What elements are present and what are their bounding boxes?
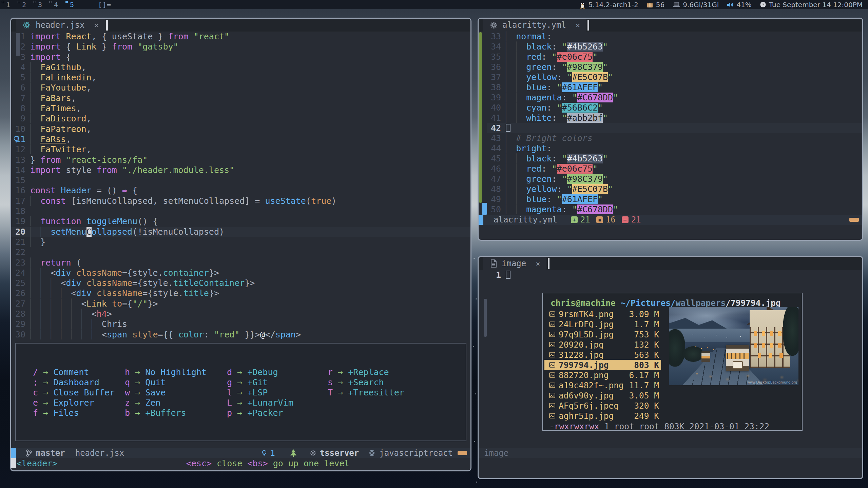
code-line-36[interactable]: 36▏ ▏ green: "#98C379" xyxy=(487,62,862,72)
code-line-33[interactable]: 33▏ normal: xyxy=(487,32,862,42)
whichkey-binding-close-buffer[interactable]: c → Close Buffer xyxy=(33,388,125,398)
file-row-31228.jpg[interactable]: 31228.jpg563 K xyxy=(544,350,661,360)
code-line-49[interactable]: 49▏ ▏ blue: "#61AFEF" xyxy=(487,194,862,204)
code-line-48[interactable]: 48▏ ▏ yellow: "#E5C07B" xyxy=(487,184,862,194)
file-row-882720.png[interactable]: 882720.png6.17 M xyxy=(544,370,661,380)
editor-window-header-jsx[interactable]: header.jsx × 1import React, { useState }… xyxy=(10,18,471,471)
code-line-42[interactable]: 42 xyxy=(487,123,862,133)
code-line-44[interactable]: 44▏ bright: xyxy=(487,143,862,154)
workspace-3[interactable]: 3 xyxy=(32,0,48,9)
command-line[interactable]: <leader> <esc> close <bs> go up one leve… xyxy=(11,458,470,468)
code-line-15[interactable]: 15 xyxy=(11,175,470,186)
code-line-8[interactable]: 8▏ FaTimes, xyxy=(11,103,470,114)
scrollbar-thumb[interactable] xyxy=(482,203,487,215)
tab-close-icon[interactable]: × xyxy=(536,259,540,268)
code-line-47[interactable]: 47▏ ▏ green: "#98C379" xyxy=(487,174,862,184)
whichkey-binding--replace[interactable]: r → +Replace xyxy=(328,367,404,377)
editor-window-image[interactable]: image × 1 chris@machine ~/Pictures/wallp… xyxy=(478,256,863,479)
code-line-43[interactable]: 43▏ # Bright colors xyxy=(487,133,862,143)
whichkey-binding--lsp[interactable]: l → +LSP xyxy=(227,388,328,398)
whichkey-binding--search[interactable]: s → +Search xyxy=(328,377,404,388)
code-line-29[interactable]: 29▏ ▏ ▏ ▏ ▏ ▏ ▏ Chris xyxy=(11,319,470,329)
workspace-2[interactable]: 2 xyxy=(16,0,32,9)
file-list[interactable]: 9rsmTK4.png3.09 M24LrDFQ.jpg1.7 M97q9L5D… xyxy=(544,309,661,421)
code-line-23[interactable]: 23▏ return ( xyxy=(11,258,470,268)
file-row-aghr5Ip.jpg[interactable]: aghr5Ip.jpg249 K xyxy=(544,411,661,421)
tab-alacritty-yml[interactable]: alacritty.yml × xyxy=(483,19,586,32)
whichkey-binding-no-highlight[interactable]: h → No Highlight xyxy=(125,367,227,377)
code-line-1[interactable]: 1import React, { useState } from "react" xyxy=(11,32,470,42)
whichkey-binding--git[interactable]: g → +Git xyxy=(227,377,328,388)
code-line-12[interactable]: 12▏ FaTwitter, xyxy=(11,144,470,155)
whichkey-binding--treesitter[interactable]: T → +Treesitter xyxy=(328,388,404,398)
code-line-3[interactable]: 3import { xyxy=(11,52,470,62)
editor-window-alacritty-yml[interactable]: alacritty.yml × 33▏ normal:34▏ ▏ black: … xyxy=(478,18,863,241)
code-line-9[interactable]: 9▏ FaDiscord, xyxy=(11,114,470,124)
file-row-97q9L5D.jpg[interactable]: 97q9L5D.jpg753 K xyxy=(544,329,661,339)
code-line-35[interactable]: 35▏ ▏ red: "#e06c75" xyxy=(487,52,862,62)
code-area[interactable]: 1import React, { useState } from "react"… xyxy=(11,32,470,340)
git-branch[interactable]: master xyxy=(25,448,65,458)
file-row-a19c482f~.png[interactable]: a19c482f~.png11.7 M xyxy=(544,380,661,390)
code-line-10[interactable]: 10▏ FaPatreon, xyxy=(11,124,470,134)
tab-image[interactable]: image × xyxy=(483,257,546,270)
layout-symbol[interactable]: []= xyxy=(98,1,111,9)
code-line-45[interactable]: 45▏ ▏ black: "#4b5263" xyxy=(487,154,862,164)
code-line-38[interactable]: 38▏ ▏ blue: "#61AFEF" xyxy=(487,82,862,93)
tab-header-jsx[interactable]: header.jsx × xyxy=(16,19,105,32)
code-line-14[interactable]: 14import style from "./header.module.les… xyxy=(11,165,470,175)
whichkey-binding--debug[interactable]: d → +Debug xyxy=(227,367,328,377)
whichkey-binding--buffers[interactable]: b → +Buffers xyxy=(125,408,227,418)
code-line-26[interactable]: 26▏ ▏ ▏ ▏ <div className={style.title}> xyxy=(11,288,470,298)
code-line-11[interactable]: 11▏ FaRss, xyxy=(11,134,470,144)
code-line-7[interactable]: 7▏ FaBars, xyxy=(11,93,470,103)
code-line-22[interactable]: 22 xyxy=(11,247,470,257)
file-row-20920.jpg[interactable]: 20920.jpg132 K xyxy=(544,339,661,350)
file-row-9rsmTK4.png[interactable]: 9rsmTK4.png3.09 M xyxy=(544,309,661,319)
whichkey-binding--packer[interactable]: p → +Packer xyxy=(227,408,328,418)
workspace-1[interactable]: 1 xyxy=(0,0,16,9)
tab-close-icon[interactable]: × xyxy=(94,21,99,30)
code-line-20[interactable]: 20▏ ▏ setMenuCollapsed(!isMenuCollapsed) xyxy=(11,227,470,237)
whichkey-binding-quit[interactable]: q → Quit xyxy=(125,377,227,388)
code-line-39[interactable]: 39▏ ▏ magenta: "#C678DD" xyxy=(487,93,862,103)
code-line-21[interactable]: 21▏ } xyxy=(11,237,470,247)
code-line-28[interactable]: 28▏ ▏ ▏ ▏ ▏ ▏ <h4> xyxy=(11,309,470,319)
file-row-24LrDFQ.jpg[interactable]: 24LrDFQ.jpg1.7 M xyxy=(544,319,661,329)
code-line-17[interactable]: 17▏ const [isMenuCollapsed, setMenuColla… xyxy=(11,196,470,206)
buffer-line-1[interactable]: 1 xyxy=(487,270,862,280)
file-row-ad6v90y.jpg[interactable]: ad6v90y.jpg3.05 M xyxy=(544,390,661,401)
code-line-46[interactable]: 46▏ ▏ red: "#e06c75" xyxy=(487,164,862,174)
code-line-16[interactable]: 16const Header = () ⇒ { xyxy=(11,186,470,196)
code-line-34[interactable]: 34▏ ▏ black: "#4b5263" xyxy=(487,42,862,52)
whichkey-binding--lunarvim[interactable]: L → +LunarVim xyxy=(227,398,328,408)
code-area[interactable]: 33▏ normal:34▏ ▏ black: "#4b5263"35▏ ▏ r… xyxy=(487,32,862,215)
code-line-25[interactable]: 25▏ ▏ ▏ <div className={style.titleConta… xyxy=(11,278,470,288)
file-row-AFq5r6j.jpeg[interactable]: AFq5r6j.jpeg320 K xyxy=(544,401,661,411)
scrollbar-thumb[interactable] xyxy=(484,299,487,337)
code-line-27[interactable]: 27▏ ▏ ▏ ▏ ▏ <Link to={"/"}> xyxy=(11,299,470,309)
whichkey-binding-dashboard[interactable]: ; → Dashboard xyxy=(33,377,125,388)
whichkey-binding-zen[interactable]: z → Zen xyxy=(125,398,227,408)
code-line-19[interactable]: 19▏ function toggleMenu() { xyxy=(11,216,470,227)
workspace-4[interactable]: 4 xyxy=(48,0,64,9)
code-action-bulb-icon[interactable] xyxy=(13,135,20,145)
code-line-37[interactable]: 37▏ ▏ yellow: "#E5C07B" xyxy=(487,72,862,82)
whichkey-binding-explorer[interactable]: e → Explorer xyxy=(33,398,125,408)
file-explorer-float[interactable]: chris@machine ~/Pictures/wallpapers/7997… xyxy=(542,293,803,431)
code-line-24[interactable]: 24▏ ▏ <div className={style.container}> xyxy=(11,268,470,278)
tab-close-icon[interactable]: × xyxy=(576,21,580,30)
code-line-40[interactable]: 40▏ ▏ cyan: "#56B6C2" xyxy=(487,103,862,113)
code-line-4[interactable]: 4▏ FaGithub, xyxy=(11,62,470,73)
code-line-41[interactable]: 41▏ ▏ white: "#abb2bf" xyxy=(487,113,862,123)
code-line-6[interactable]: 6▏ FaYoutube, xyxy=(11,83,470,93)
whichkey-binding-files[interactable]: f → Files xyxy=(33,408,125,418)
whichkey-binding-comment[interactable]: / → Comment xyxy=(33,367,125,377)
whichkey-binding-save[interactable]: w → Save xyxy=(125,388,227,398)
workspace-5[interactable]: 5 xyxy=(64,0,80,9)
file-row-799794.jpg[interactable]: 799794.jpg803 K xyxy=(544,360,661,370)
code-line-30[interactable]: 30▏ ▏ ▏ ▏ ▏ ▏ ▏ <span style={{ color: "r… xyxy=(11,330,470,340)
code-line-18[interactable]: 18 xyxy=(11,206,470,216)
code-line-13[interactable]: 13} from "react-icons/fa" xyxy=(11,155,470,165)
code-line-2[interactable]: 2import { Link } from "gatsby" xyxy=(11,42,470,52)
